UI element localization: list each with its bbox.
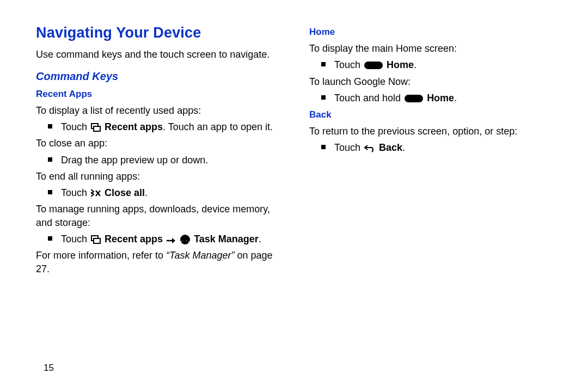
recent-bullet-2: Drag the app preview up or down. [48,154,287,167]
bullet-icon [48,157,52,162]
text: Touch [334,59,363,70]
text-bold: Recent apps [105,121,163,132]
text: Touch and hold [334,93,403,103]
text-italic: “Task Manager” [166,250,234,261]
text: . [414,59,416,70]
page-title: Navigating Your Device [36,23,287,42]
left-column: Navigating Your Device Use command keys … [36,23,287,392]
bullet-text: Touch Home. [334,58,561,71]
text: . [402,142,405,153]
recent-p4: To manage running apps, downloads, devic… [36,203,287,229]
text: . [454,93,457,103]
right-column: Home To display the main Home screen: To… [309,23,561,392]
bullet-icon [321,62,326,66]
recent-apps-icon [91,123,101,132]
bullet-text: Touch Recent apps. Touch an app to open … [61,120,287,133]
text-bold: Back [379,142,402,153]
back-p1: To return to the previous screen, option… [309,125,561,138]
back-bullet-1: Touch Back. [321,141,561,154]
text: Touch [334,142,363,153]
home-bullet-1: Touch Home. [321,58,561,71]
text: Touch [61,187,90,198]
home-button-icon [364,62,383,69]
bullet-icon [321,95,326,100]
bullet-text: Touch Back. [334,141,561,154]
text-bold: Home [427,93,454,103]
text-bold: Recent apps [105,234,163,244]
text: . [259,234,261,244]
bullet-text: Touch Recent apps Task Manager. [61,232,287,246]
bullet-text: Touch and hold Home. [334,91,561,105]
recent-bullet-3: Touch Close all. [48,186,287,199]
svg-marker-3 [172,238,175,243]
intro-text: Use command keys and the touch screen to… [36,48,287,61]
text: Touch [61,234,90,244]
back-icon [364,144,375,152]
home-p1: To display the main Home screen: [309,42,561,55]
text-bold: Home [387,59,414,70]
text: . Touch an app to open it. [163,121,273,132]
manual-page: Navigating Your Device Use command keys … [0,0,588,392]
home-heading: Home [309,26,561,39]
recent-bullet-4: Touch Recent apps Task Manager. [48,232,287,246]
recent-apps-heading: Recent Apps [36,88,287,101]
bullet-icon [48,124,52,128]
recent-bullet-1: Touch Recent apps. Touch an app to open … [48,120,287,133]
recent-p1: To display a list of recently used apps: [36,104,287,117]
text: For more information, refer to [36,250,166,261]
recent-p2: To close an app: [36,137,287,150]
home-button-icon [405,95,423,102]
home-p2: To launch Google Now: [309,75,561,88]
page-number: 15 [44,362,54,375]
recent-p5: For more information, refer to “Task Man… [36,249,287,275]
arrow-right-icon [167,237,175,244]
text-bold: Close all [105,187,145,198]
back-heading: Back [309,109,561,121]
recent-apps-icon [91,235,101,244]
recent-p3: To end all running apps: [36,170,287,183]
home-bullet-2: Touch and hold Home. [321,91,561,105]
bullet-icon [48,236,52,241]
bullet-text: Touch Close all. [61,186,287,199]
bullet-icon [321,145,326,149]
text: Touch [61,121,90,132]
close-all-icon [91,189,101,198]
text: . [145,187,148,198]
text-bold: Task Manager [194,234,259,244]
bullet-icon [48,190,52,194]
command-keys-heading: Command Keys [36,69,287,84]
task-manager-icon [180,235,190,244]
bullet-text: Drag the app preview up or down. [61,154,287,167]
